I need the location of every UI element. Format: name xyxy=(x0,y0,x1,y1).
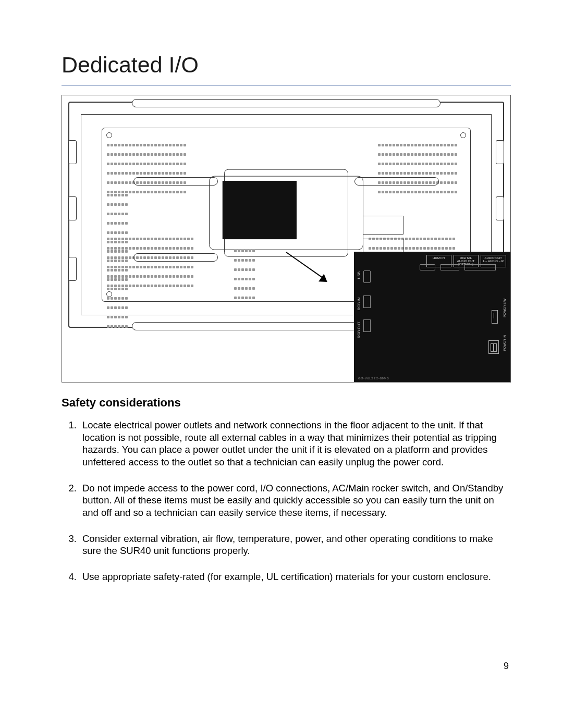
audio-port-icon xyxy=(464,264,496,270)
port-label-rgb-in: RGB IN xyxy=(357,298,361,310)
port-label-rgb-out: RGB OUT xyxy=(357,322,361,338)
page-title: Dedicated I/O xyxy=(62,52,511,85)
list-item: Do not impede access to the power cord, … xyxy=(79,482,511,519)
power-switch-icon xyxy=(492,310,498,324)
port-label-power-switch: POWER S/W xyxy=(503,299,506,317)
vent-grid-icon xyxy=(234,245,259,272)
vent-grid-icon xyxy=(106,140,195,196)
safety-heading: Safety considerations xyxy=(62,396,511,410)
io-panel-callout: HDMI IN DIGITAL AUDIO OUT (OPTICAL) AUDI… xyxy=(354,252,510,382)
list-item: Consider external vibration, air flow, t… xyxy=(79,533,511,557)
io-diagram-figure: HDMI IN DIGITAL AUDIO OUT (OPTICAL) AUDI… xyxy=(62,95,511,382)
safety-considerations-list: Locate electrical power outlets and netw… xyxy=(62,419,511,583)
port-label-power-in: POWER IN xyxy=(503,335,506,351)
vent-grid-icon xyxy=(377,140,466,196)
optical-port-icon xyxy=(440,264,459,270)
list-item: Locate electrical power outlets and netw… xyxy=(79,419,511,468)
hdmi-port-icon xyxy=(420,264,435,270)
usb-port-icon xyxy=(363,270,371,283)
rgb-in-port-icon xyxy=(363,295,371,308)
panel-serial-text: GG-V6LSEO-89MB xyxy=(358,377,389,380)
list-item: Use appropriate safety-rated (for exampl… xyxy=(79,571,511,583)
rgb-out-port-icon xyxy=(363,319,371,332)
page-number: 9 xyxy=(504,661,509,672)
power-inlet-icon xyxy=(488,340,499,354)
vent-grid-icon xyxy=(106,190,130,252)
io-module-icon xyxy=(223,181,297,239)
port-label-usb: USB xyxy=(357,272,361,279)
